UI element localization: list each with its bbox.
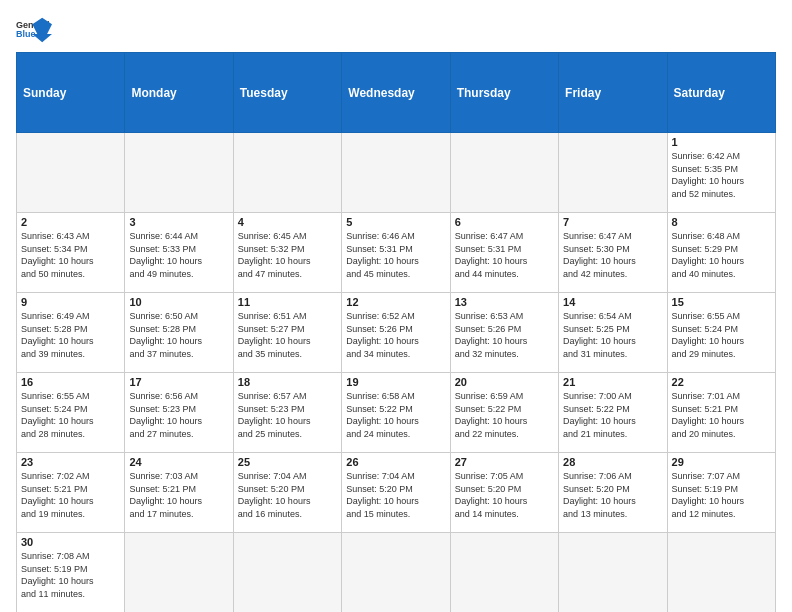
calendar: SundayMondayTuesdayWednesdayThursdayFrid… xyxy=(16,52,776,612)
day-info: Sunrise: 6:53 AM Sunset: 5:26 PM Dayligh… xyxy=(455,310,554,360)
day-info: Sunrise: 6:55 AM Sunset: 5:24 PM Dayligh… xyxy=(672,310,771,360)
weekday-header-sunday: Sunday xyxy=(17,53,125,133)
day-info: Sunrise: 6:58 AM Sunset: 5:22 PM Dayligh… xyxy=(346,390,445,440)
day-info: Sunrise: 7:07 AM Sunset: 5:19 PM Dayligh… xyxy=(672,470,771,520)
logo: General Blue xyxy=(16,16,52,44)
page-header: General Blue xyxy=(16,16,776,44)
calendar-cell: 17Sunrise: 6:56 AM Sunset: 5:23 PM Dayli… xyxy=(125,373,233,453)
calendar-cell: 27Sunrise: 7:05 AM Sunset: 5:20 PM Dayli… xyxy=(450,453,558,533)
day-number: 2 xyxy=(21,216,120,228)
day-number: 7 xyxy=(563,216,662,228)
weekday-header-saturday: Saturday xyxy=(667,53,775,133)
calendar-cell xyxy=(125,133,233,213)
calendar-cell: 9Sunrise: 6:49 AM Sunset: 5:28 PM Daylig… xyxy=(17,293,125,373)
day-info: Sunrise: 6:52 AM Sunset: 5:26 PM Dayligh… xyxy=(346,310,445,360)
calendar-cell: 15Sunrise: 6:55 AM Sunset: 5:24 PM Dayli… xyxy=(667,293,775,373)
calendar-week-1: 2Sunrise: 6:43 AM Sunset: 5:34 PM Daylig… xyxy=(17,213,776,293)
day-info: Sunrise: 6:44 AM Sunset: 5:33 PM Dayligh… xyxy=(129,230,228,280)
day-number: 22 xyxy=(672,376,771,388)
calendar-cell xyxy=(450,133,558,213)
calendar-cell: 14Sunrise: 6:54 AM Sunset: 5:25 PM Dayli… xyxy=(559,293,667,373)
calendar-cell: 24Sunrise: 7:03 AM Sunset: 5:21 PM Dayli… xyxy=(125,453,233,533)
day-number: 14 xyxy=(563,296,662,308)
calendar-cell: 3Sunrise: 6:44 AM Sunset: 5:33 PM Daylig… xyxy=(125,213,233,293)
calendar-cell xyxy=(17,133,125,213)
calendar-cell: 25Sunrise: 7:04 AM Sunset: 5:20 PM Dayli… xyxy=(233,453,341,533)
svg-text:Blue: Blue xyxy=(16,29,36,39)
day-info: Sunrise: 6:51 AM Sunset: 5:27 PM Dayligh… xyxy=(238,310,337,360)
calendar-cell xyxy=(125,533,233,613)
day-number: 3 xyxy=(129,216,228,228)
day-number: 26 xyxy=(346,456,445,468)
calendar-cell: 2Sunrise: 6:43 AM Sunset: 5:34 PM Daylig… xyxy=(17,213,125,293)
calendar-cell xyxy=(450,533,558,613)
day-number: 8 xyxy=(672,216,771,228)
day-number: 15 xyxy=(672,296,771,308)
calendar-cell: 4Sunrise: 6:45 AM Sunset: 5:32 PM Daylig… xyxy=(233,213,341,293)
calendar-cell: 22Sunrise: 7:01 AM Sunset: 5:21 PM Dayli… xyxy=(667,373,775,453)
day-number: 30 xyxy=(21,536,120,548)
calendar-cell: 8Sunrise: 6:48 AM Sunset: 5:29 PM Daylig… xyxy=(667,213,775,293)
calendar-cell xyxy=(342,133,450,213)
day-number: 16 xyxy=(21,376,120,388)
calendar-cell: 28Sunrise: 7:06 AM Sunset: 5:20 PM Dayli… xyxy=(559,453,667,533)
day-number: 20 xyxy=(455,376,554,388)
weekday-header-wednesday: Wednesday xyxy=(342,53,450,133)
day-number: 9 xyxy=(21,296,120,308)
day-number: 28 xyxy=(563,456,662,468)
calendar-week-4: 23Sunrise: 7:02 AM Sunset: 5:21 PM Dayli… xyxy=(17,453,776,533)
day-number: 11 xyxy=(238,296,337,308)
calendar-cell: 23Sunrise: 7:02 AM Sunset: 5:21 PM Dayli… xyxy=(17,453,125,533)
calendar-cell: 13Sunrise: 6:53 AM Sunset: 5:26 PM Dayli… xyxy=(450,293,558,373)
day-info: Sunrise: 6:42 AM Sunset: 5:35 PM Dayligh… xyxy=(672,150,771,200)
calendar-cell: 18Sunrise: 6:57 AM Sunset: 5:23 PM Dayli… xyxy=(233,373,341,453)
day-info: Sunrise: 7:06 AM Sunset: 5:20 PM Dayligh… xyxy=(563,470,662,520)
calendar-cell: 6Sunrise: 6:47 AM Sunset: 5:31 PM Daylig… xyxy=(450,213,558,293)
day-number: 17 xyxy=(129,376,228,388)
day-number: 25 xyxy=(238,456,337,468)
day-info: Sunrise: 6:47 AM Sunset: 5:30 PM Dayligh… xyxy=(563,230,662,280)
calendar-cell xyxy=(667,533,775,613)
calendar-cell: 16Sunrise: 6:55 AM Sunset: 5:24 PM Dayli… xyxy=(17,373,125,453)
day-number: 23 xyxy=(21,456,120,468)
day-info: Sunrise: 6:48 AM Sunset: 5:29 PM Dayligh… xyxy=(672,230,771,280)
weekday-header-friday: Friday xyxy=(559,53,667,133)
day-number: 1 xyxy=(672,136,771,148)
day-number: 4 xyxy=(238,216,337,228)
calendar-body: 1Sunrise: 6:42 AM Sunset: 5:35 PM Daylig… xyxy=(17,133,776,613)
calendar-cell: 29Sunrise: 7:07 AM Sunset: 5:19 PM Dayli… xyxy=(667,453,775,533)
day-info: Sunrise: 7:02 AM Sunset: 5:21 PM Dayligh… xyxy=(21,470,120,520)
calendar-cell: 5Sunrise: 6:46 AM Sunset: 5:31 PM Daylig… xyxy=(342,213,450,293)
calendar-cell xyxy=(559,533,667,613)
day-number: 24 xyxy=(129,456,228,468)
calendar-week-5: 30Sunrise: 7:08 AM Sunset: 5:19 PM Dayli… xyxy=(17,533,776,613)
logo-icon: General Blue xyxy=(16,16,52,44)
day-info: Sunrise: 6:45 AM Sunset: 5:32 PM Dayligh… xyxy=(238,230,337,280)
calendar-cell xyxy=(559,133,667,213)
day-info: Sunrise: 7:05 AM Sunset: 5:20 PM Dayligh… xyxy=(455,470,554,520)
calendar-cell: 19Sunrise: 6:58 AM Sunset: 5:22 PM Dayli… xyxy=(342,373,450,453)
weekday-header-row: SundayMondayTuesdayWednesdayThursdayFrid… xyxy=(17,53,776,133)
day-number: 10 xyxy=(129,296,228,308)
calendar-cell xyxy=(233,133,341,213)
weekday-header-tuesday: Tuesday xyxy=(233,53,341,133)
day-info: Sunrise: 6:55 AM Sunset: 5:24 PM Dayligh… xyxy=(21,390,120,440)
day-info: Sunrise: 7:03 AM Sunset: 5:21 PM Dayligh… xyxy=(129,470,228,520)
day-number: 18 xyxy=(238,376,337,388)
calendar-cell: 7Sunrise: 6:47 AM Sunset: 5:30 PM Daylig… xyxy=(559,213,667,293)
day-info: Sunrise: 7:04 AM Sunset: 5:20 PM Dayligh… xyxy=(238,470,337,520)
day-number: 27 xyxy=(455,456,554,468)
calendar-cell: 20Sunrise: 6:59 AM Sunset: 5:22 PM Dayli… xyxy=(450,373,558,453)
day-number: 29 xyxy=(672,456,771,468)
day-info: Sunrise: 6:43 AM Sunset: 5:34 PM Dayligh… xyxy=(21,230,120,280)
calendar-cell: 1Sunrise: 6:42 AM Sunset: 5:35 PM Daylig… xyxy=(667,133,775,213)
calendar-cell: 12Sunrise: 6:52 AM Sunset: 5:26 PM Dayli… xyxy=(342,293,450,373)
day-number: 13 xyxy=(455,296,554,308)
calendar-cell: 30Sunrise: 7:08 AM Sunset: 5:19 PM Dayli… xyxy=(17,533,125,613)
day-info: Sunrise: 7:04 AM Sunset: 5:20 PM Dayligh… xyxy=(346,470,445,520)
day-number: 21 xyxy=(563,376,662,388)
day-info: Sunrise: 7:00 AM Sunset: 5:22 PM Dayligh… xyxy=(563,390,662,440)
calendar-week-3: 16Sunrise: 6:55 AM Sunset: 5:24 PM Dayli… xyxy=(17,373,776,453)
calendar-cell xyxy=(233,533,341,613)
weekday-header-monday: Monday xyxy=(125,53,233,133)
